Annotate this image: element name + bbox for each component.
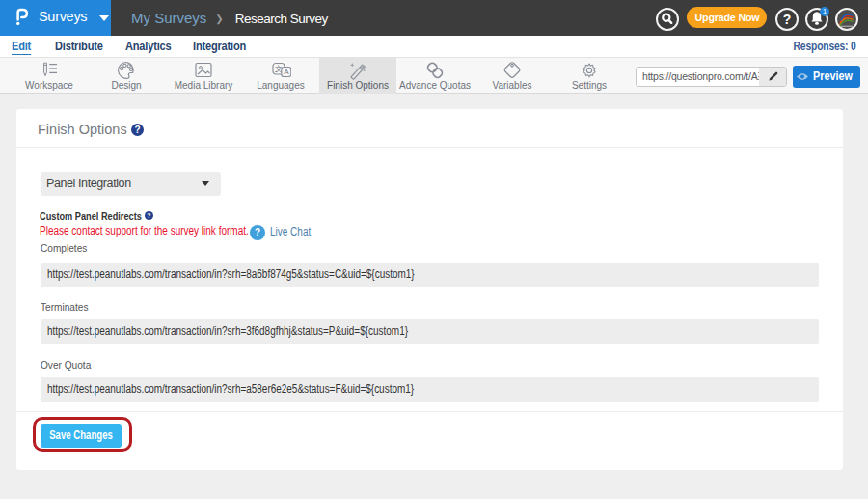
svg-text:A: A: [284, 68, 289, 76]
